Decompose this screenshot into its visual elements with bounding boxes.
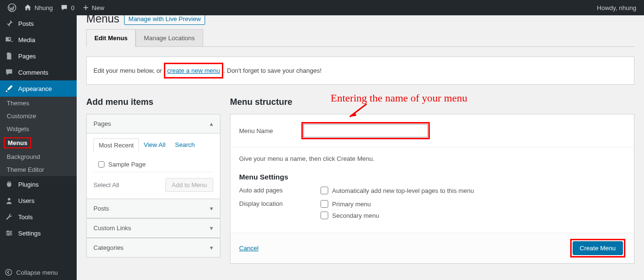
svg-point-11 bbox=[6, 269, 12, 276]
site-name: Nhung bbox=[34, 4, 53, 11]
tab-manage-locations[interactable]: Manage Locations bbox=[136, 29, 203, 47]
acc-head-categories[interactable]: Categories ▾ bbox=[87, 238, 220, 257]
wordpress-icon bbox=[8, 3, 16, 12]
pages-icon bbox=[5, 52, 14, 60]
auto-add-text: Automatically add new top-level pages to… bbox=[332, 187, 474, 194]
sidebar-label: Appearance bbox=[18, 85, 52, 92]
accordion-pages: Pages ▴ Most Recent View All Search Samp… bbox=[86, 114, 220, 258]
sidebar-settings[interactable]: Settings bbox=[0, 225, 77, 241]
tools-icon bbox=[5, 213, 14, 221]
acc-label: Posts bbox=[93, 205, 109, 212]
menu-name-input[interactable] bbox=[303, 124, 428, 137]
create-new-menu-link[interactable]: create a new menu bbox=[167, 67, 220, 74]
svg-point-9 bbox=[10, 232, 12, 234]
tab-edit-menus[interactable]: Edit Menus bbox=[86, 29, 136, 47]
svg-point-2 bbox=[12, 41, 12, 42]
sidebar-plugins[interactable]: Plugins bbox=[0, 176, 77, 192]
wp-logo[interactable] bbox=[4, 0, 20, 15]
howdy-link[interactable]: Howdy, nhung bbox=[593, 0, 640, 15]
add-items-title: Add menu items bbox=[86, 97, 220, 107]
menu-name-label: Menu Name bbox=[239, 127, 287, 134]
sample-page-checkbox[interactable] bbox=[98, 161, 104, 168]
add-to-menu-button[interactable]: Add to Menu bbox=[165, 178, 213, 192]
comment-icon bbox=[60, 4, 68, 11]
comments-count: 0 bbox=[71, 4, 74, 11]
acc-label: Categories bbox=[93, 244, 124, 251]
acc-label: Pages bbox=[93, 120, 111, 127]
collapse-icon bbox=[5, 269, 12, 276]
sidebar-media[interactable]: Media bbox=[0, 32, 77, 48]
sub-customize[interactable]: Customize bbox=[0, 110, 77, 123]
home-icon bbox=[24, 4, 32, 11]
auto-add-label: Auto add pages bbox=[239, 187, 292, 194]
comments-link[interactable]: 0 bbox=[57, 0, 78, 15]
comments-icon bbox=[5, 68, 14, 77]
chevron-down-icon: ▾ bbox=[210, 244, 213, 251]
primary-menu-checkbox[interactable] bbox=[321, 200, 328, 208]
select-all-link[interactable]: Select All bbox=[93, 181, 119, 189]
sample-page-label: Sample Page bbox=[108, 161, 146, 168]
new-label: New bbox=[92, 4, 104, 11]
svg-point-8 bbox=[7, 231, 9, 233]
live-preview-button[interactable]: Manage with Live Preview bbox=[124, 15, 205, 25]
sidebar-label: Media bbox=[18, 36, 35, 44]
sidebar-label: Comments bbox=[18, 69, 48, 76]
create-menu-button[interactable]: Create Menu bbox=[573, 241, 623, 255]
sidebar-label: Posts bbox=[18, 20, 34, 27]
acc-head-posts[interactable]: Posts ▾ bbox=[87, 199, 220, 218]
svg-rect-1 bbox=[6, 37, 11, 42]
sidebar-label: Plugins bbox=[18, 181, 39, 188]
sidebar-posts[interactable]: Posts bbox=[0, 15, 77, 32]
site-link[interactable]: Nhung bbox=[20, 0, 57, 15]
notice-pre: Edit your menu below, or bbox=[93, 67, 164, 74]
notice-post: . Don't forget to save your changes! bbox=[223, 67, 322, 74]
chevron-down-icon: ▾ bbox=[210, 205, 213, 212]
appearance-submenu: Themes Customize Widgets Menus Backgroun… bbox=[0, 97, 77, 176]
sub-background[interactable]: Background bbox=[0, 150, 77, 163]
users-icon bbox=[5, 196, 14, 205]
acc-head-pages[interactable]: Pages ▴ bbox=[87, 114, 220, 134]
acc-label: Custom Links bbox=[93, 224, 131, 232]
admin-topbar: Nhung 0 New Howdy, nhung bbox=[0, 0, 644, 15]
settings-title: Menu Settings bbox=[239, 173, 625, 181]
sidebar-label: Settings bbox=[18, 230, 41, 237]
menu-structure-column: Menu structure Menu Name Give your menu … bbox=[230, 97, 634, 264]
sub-menus[interactable]: Menus bbox=[8, 139, 27, 146]
menu-panel: Menu Name Give your menu a name, then cl… bbox=[230, 114, 634, 264]
mini-tab-search[interactable]: Search bbox=[170, 138, 199, 152]
mini-tab-recent[interactable]: Most Recent bbox=[93, 138, 139, 152]
collapse-label: Collapse menu bbox=[16, 269, 58, 276]
main-content: Menus Manage with Live Preview Edit Menu… bbox=[77, 15, 644, 280]
sub-widgets[interactable]: Widgets bbox=[0, 123, 77, 135]
notice-bar: Edit your menu below, or create a new me… bbox=[86, 56, 634, 85]
collapse-menu[interactable]: Collapse menu bbox=[0, 265, 77, 280]
svg-point-4 bbox=[8, 198, 10, 201]
mini-tab-viewall[interactable]: View All bbox=[139, 138, 170, 152]
sidebar-pages[interactable]: Pages bbox=[0, 48, 77, 64]
tabs: Edit Menus Manage Locations bbox=[86, 29, 634, 47]
new-link[interactable]: New bbox=[79, 0, 108, 15]
display-location-label: Display location bbox=[239, 200, 292, 207]
sidebar-appearance[interactable]: Appearance bbox=[0, 80, 77, 97]
sidebar-tools[interactable]: Tools bbox=[0, 209, 77, 225]
secondary-menu-checkbox[interactable] bbox=[321, 212, 328, 219]
chevron-up-icon: ▴ bbox=[210, 120, 213, 127]
chevron-down-icon: ▾ bbox=[210, 224, 213, 232]
sub-themes[interactable]: Themes bbox=[0, 97, 77, 110]
sidebar-users[interactable]: Users bbox=[0, 192, 77, 209]
cancel-link[interactable]: Cancel bbox=[239, 245, 258, 252]
settings-icon bbox=[5, 229, 14, 237]
acc-head-custom-links[interactable]: Custom Links ▾ bbox=[87, 218, 220, 238]
primary-menu-label: Primary menu bbox=[332, 201, 371, 208]
sidebar-label: Tools bbox=[18, 213, 33, 221]
svg-point-3 bbox=[12, 41, 13, 42]
media-icon bbox=[5, 35, 14, 44]
plus-icon bbox=[82, 4, 89, 11]
sub-theme-editor[interactable]: Theme Editor bbox=[0, 163, 77, 176]
annotation-arrow-icon bbox=[345, 101, 369, 121]
auto-add-checkbox[interactable] bbox=[321, 187, 328, 194]
add-items-column: Add menu items Pages ▴ Most Recent View … bbox=[86, 97, 220, 264]
instruction-text: Give your menu a name, then click Create… bbox=[239, 155, 375, 162]
plugin-icon bbox=[5, 180, 14, 189]
sidebar-comments[interactable]: Comments bbox=[0, 64, 77, 80]
